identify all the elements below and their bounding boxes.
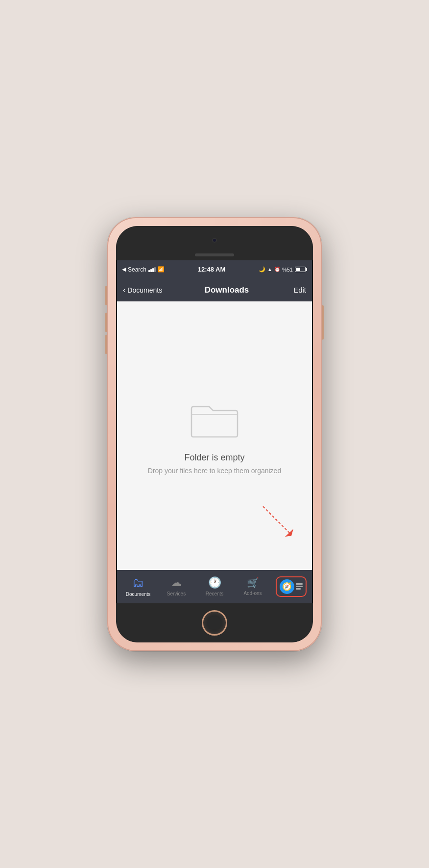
battery-indicator — [295, 267, 307, 272]
battery-percent: %51 — [282, 267, 293, 273]
alarm-icon: ⏰ — [274, 267, 280, 272]
status-left: ◀ Search 📶 — [122, 266, 165, 273]
status-time: 12:48 AM — [198, 266, 226, 273]
phone-inner: ◀ Search 📶 12:48 AM 🌙 ▲ ⏰ %51 — [116, 226, 313, 642]
phone-top-bar — [116, 226, 313, 260]
tab-addons[interactable]: 🛒 Add-ons — [234, 574, 272, 599]
svg-line-0 — [263, 506, 290, 533]
screen: ◀ Search 📶 12:48 AM 🌙 ▲ ⏰ %51 — [116, 260, 313, 603]
back-label: Documents — [127, 286, 162, 294]
front-camera — [212, 238, 217, 243]
back-chevron-icon: ‹ — [123, 286, 125, 295]
wifi-icon: 📶 — [158, 266, 165, 273]
phone-speaker — [195, 253, 234, 256]
location-icon: ▲ — [267, 267, 272, 272]
back-search-icon: ◀ — [122, 266, 126, 273]
tab-recents-label: Recents — [206, 591, 224, 596]
browser-highlight-box: 🧭 — [276, 576, 307, 597]
empty-folder-subtitle: Drop your files here to keep them organi… — [133, 467, 296, 475]
tab-services-label: Services — [167, 591, 186, 596]
back-button[interactable]: ‹ Documents — [123, 286, 167, 295]
empty-folder-icon — [188, 397, 241, 443]
edit-button[interactable]: Edit — [286, 286, 306, 294]
arrow-annotation — [258, 502, 297, 541]
tab-documents[interactable]: 🗂 Documents — [119, 573, 157, 600]
tab-addons-label: Add-ons — [243, 591, 262, 596]
tab-bar: 🗂 Documents ☁ Services 🕐 Recents 🛒 Add-o… — [117, 570, 312, 603]
signal-bars — [148, 267, 156, 272]
moon-icon: 🌙 — [259, 266, 265, 273]
phone-frame: ◀ Search 📶 12:48 AM 🌙 ▲ ⏰ %51 — [107, 217, 322, 651]
tab-recents[interactable]: 🕐 Recents — [195, 573, 234, 599]
compass-icon: 🧭 — [280, 579, 294, 594]
addons-cart-icon: 🛒 — [247, 577, 259, 589]
phone-bottom — [116, 603, 313, 642]
tab-services[interactable]: ☁ Services — [157, 573, 195, 599]
tab-documents-label: Documents — [126, 592, 151, 597]
tab-browser[interactable]: 🧭 — [272, 573, 310, 600]
page-title: Downloads — [167, 285, 286, 295]
status-bar: ◀ Search 📶 12:48 AM 🌙 ▲ ⏰ %51 — [117, 260, 312, 279]
services-cloud-icon: ☁ — [171, 576, 182, 589]
status-right: 🌙 ▲ ⏰ %51 — [259, 266, 307, 273]
documents-folder-icon: 🗂 — [132, 576, 144, 590]
home-button[interactable] — [202, 610, 227, 636]
status-search-text: Search — [128, 266, 146, 273]
recents-clock-icon: 🕐 — [208, 576, 221, 589]
nav-bar: ‹ Documents Downloads Edit — [117, 279, 312, 301]
main-content: Folder is empty Drop your files here to … — [117, 301, 312, 570]
compass-symbol: 🧭 — [282, 582, 292, 591]
empty-folder-title: Folder is empty — [184, 453, 244, 463]
browser-lines — [296, 583, 303, 590]
